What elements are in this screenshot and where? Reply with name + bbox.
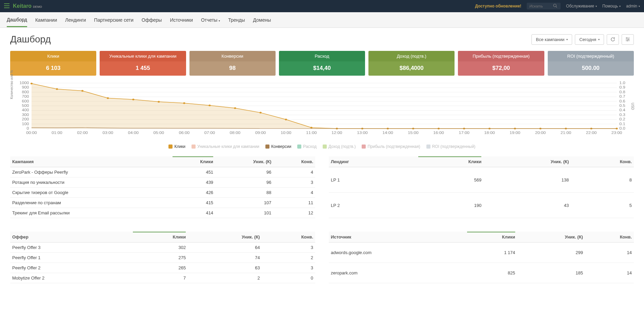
table-header[interactable]: Источник xyxy=(329,232,465,243)
refresh-button[interactable] xyxy=(607,34,619,45)
table-header[interactable]: Клики xyxy=(416,156,484,167)
nav-tab[interactable]: Офферы xyxy=(142,13,162,27)
table-row[interactable]: Скрытие тизеров от Google426884 xyxy=(10,188,315,198)
settings-button[interactable] xyxy=(622,34,634,45)
table-cell: 14 xyxy=(585,263,634,283)
table-cell: 63 xyxy=(188,263,262,273)
table-cell: Peerfly Offer 2 xyxy=(10,263,131,273)
table-header[interactable]: Лендинг xyxy=(329,156,416,167)
nav-tab[interactable]: Дашборд xyxy=(7,13,27,27)
nav-tab[interactable]: Источники xyxy=(170,13,193,27)
table-cell: 302 xyxy=(131,243,188,253)
table-header[interactable]: Уник. (К) xyxy=(215,156,273,167)
today-button[interactable]: Сегодня▾ xyxy=(575,34,604,45)
stat-card[interactable]: Конверсии98 xyxy=(189,51,276,76)
user-menu[interactable]: admin▾ xyxy=(626,4,640,8)
svg-text:12:00: 12:00 xyxy=(331,131,342,135)
legend-item[interactable]: Уникальные клики для кампании xyxy=(192,144,259,149)
search-icon xyxy=(553,4,557,8)
stat-card[interactable]: ROI (подтвержденный)500.00 xyxy=(548,51,634,76)
nav-tab[interactable]: Кампании xyxy=(35,13,57,27)
table-row[interactable]: Peerfly Offer 2265633 xyxy=(10,263,315,273)
table-cell: zeropark.com xyxy=(329,263,465,283)
stat-label: ROI (подтвержденный) xyxy=(548,51,634,61)
table-header[interactable]: Клики xyxy=(465,232,517,243)
service-menu[interactable]: Обслуживание▾ xyxy=(566,4,597,8)
stat-card[interactable]: Клики6 103 xyxy=(10,51,96,76)
table-cell: 439 xyxy=(170,177,215,188)
table-cell: 96 xyxy=(215,167,273,177)
svg-text:16:00: 16:00 xyxy=(433,131,444,135)
stat-card[interactable]: Доход (подтв.)$86,4000 xyxy=(368,51,455,76)
table-row[interactable]: adwords.google.com1 17429914 xyxy=(329,243,634,263)
table-header[interactable]: Кампания xyxy=(10,156,170,167)
table-header[interactable]: Конв. xyxy=(571,156,634,167)
svg-text:10:00: 10:00 xyxy=(281,131,291,135)
table-cell: 3 xyxy=(274,177,315,188)
table-cell: 4 xyxy=(274,188,315,198)
table-header[interactable]: Клики xyxy=(131,232,188,243)
table-row[interactable]: ZeroPark - Офферы Peerfly451964 xyxy=(10,167,315,177)
legend-item[interactable]: Конверсии xyxy=(265,144,291,149)
table-header[interactable]: Уник. (К) xyxy=(188,232,262,243)
legend-label: Прибыль (подтвержденная) xyxy=(367,144,420,149)
table-row[interactable]: Peerfly Offer 3302643 xyxy=(10,243,315,253)
table-row[interactable]: Трекинг для Email рассылки41410112 xyxy=(10,208,315,218)
table-cell: 12 xyxy=(274,208,315,218)
help-menu[interactable]: Помощь▾ xyxy=(602,4,621,8)
stat-label: Прибыль (подтвержденная) xyxy=(458,51,544,61)
table-row[interactable]: LP 15691388 xyxy=(329,167,634,193)
nav-tab[interactable]: Лендинги xyxy=(65,13,86,27)
menu-icon[interactable] xyxy=(4,3,9,9)
svg-text:01:00: 01:00 xyxy=(52,131,62,135)
legend-item[interactable]: Расход xyxy=(297,144,317,149)
table-row[interactable]: zeropark.com82518514 xyxy=(329,263,634,283)
table-row[interactable]: Разделение по странам41510711 xyxy=(10,198,315,208)
table-cell: 825 xyxy=(465,263,517,283)
table-header[interactable]: Оффер xyxy=(10,232,131,243)
table-header[interactable]: Клики xyxy=(170,156,215,167)
table-row[interactable]: Mobytize Offer 2720 xyxy=(10,273,315,283)
legend-item[interactable]: Доход (подтв.) xyxy=(323,144,356,149)
stat-card[interactable]: Расход$14,40 xyxy=(279,51,365,76)
stat-label: Клики xyxy=(10,51,96,61)
table-header[interactable]: Конв. xyxy=(585,232,634,243)
y-right-label: USD xyxy=(631,103,635,110)
legend-item[interactable]: Клики xyxy=(168,144,185,149)
table-row[interactable]: Ротация по уникальности439963 xyxy=(10,177,315,188)
sources-table: ИсточникКликиУник. (К)Конв.adwords.googl… xyxy=(329,232,634,283)
svg-text:0.2: 0.2 xyxy=(619,117,625,121)
campaigns-dropdown[interactable]: Все кампании▾ xyxy=(531,34,572,45)
table-header[interactable]: Уник. (К) xyxy=(483,156,571,167)
nav-tab[interactable]: Партнерские сети xyxy=(94,13,134,27)
stat-card[interactable]: Прибыль (подтвержденная)$72,00 xyxy=(458,51,544,76)
svg-text:00:00: 00:00 xyxy=(26,131,37,135)
nav-tab[interactable]: Отчеты ▾ xyxy=(201,13,220,27)
svg-point-63 xyxy=(56,88,58,90)
nav-tab[interactable]: Домены xyxy=(253,13,271,27)
legend-label: Доход (подтв.) xyxy=(328,144,356,149)
table-header[interactable]: Конв. xyxy=(274,156,315,167)
legend-item[interactable]: ROI (подтвержденный) xyxy=(426,144,476,149)
nav-tabs: ДашбордКампанииЛендингиПартнерские сетиО… xyxy=(0,12,644,28)
table-header[interactable]: Конв. xyxy=(262,232,315,243)
search-box[interactable] xyxy=(527,3,561,9)
svg-text:1000: 1000 xyxy=(19,81,29,85)
nav-tab[interactable]: Тренды xyxy=(228,13,245,27)
search-input[interactable] xyxy=(529,4,553,8)
stat-card[interactable]: Уникальные клики для кампании1 455 xyxy=(100,51,186,76)
table-cell: 414 xyxy=(170,208,215,218)
table-cell: 88 xyxy=(215,188,273,198)
table-cell: 5 xyxy=(571,193,634,218)
svg-text:0.1: 0.1 xyxy=(619,122,625,126)
svg-point-72 xyxy=(285,119,287,120)
table-header[interactable]: Уник. (К) xyxy=(517,232,585,243)
table-cell: 107 xyxy=(215,198,273,208)
table-cell: 275 xyxy=(131,253,188,263)
update-notice[interactable]: Доступно обновление! xyxy=(475,4,522,8)
svg-point-2 xyxy=(626,38,627,39)
legend-item[interactable]: Прибыль (подтвержденная) xyxy=(362,144,420,149)
table-row[interactable]: Peerfly Offer 1275742 xyxy=(10,253,315,263)
chart-section: Количество или % USD 0100200300400500600… xyxy=(0,81,644,156)
table-row[interactable]: LP 2190435 xyxy=(329,193,634,218)
